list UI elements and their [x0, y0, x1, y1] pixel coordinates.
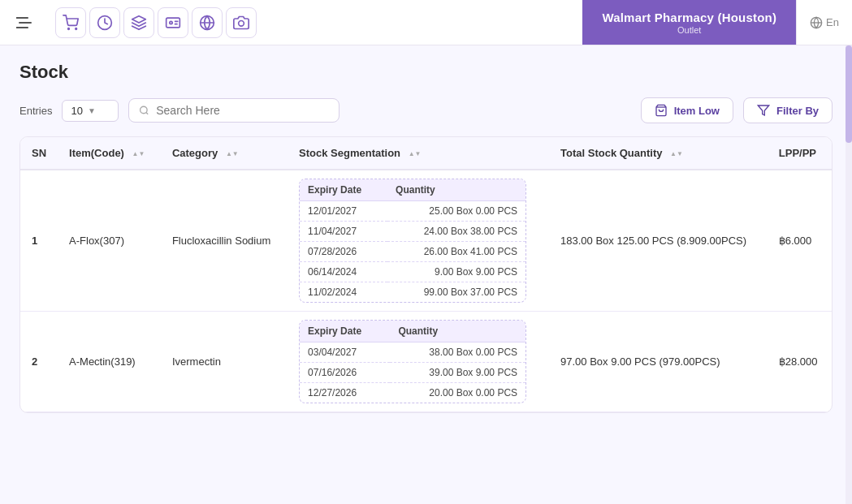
svg-point-8 [170, 21, 172, 24]
table: SN Item(Code) ▲▼ Category ▲▼ Stock Segme… [20, 137, 832, 412]
col-item-code[interactable]: Item(Code) ▲▼ [58, 137, 161, 170]
seg-table: Expiry DateQuantity12/01/202725.00 Box 0… [299, 179, 526, 303]
cell-lpp: ฿6.000 [768, 170, 832, 312]
seg-quantity: 9.00 Box 9.00 PCS [387, 262, 525, 282]
svg-line-15 [146, 112, 148, 114]
filter-label: Filter By [776, 105, 819, 117]
cell-item-code: A-Mectin(319) [58, 312, 161, 412]
cell-sn: 2 [20, 312, 58, 412]
seg-col-expiry: Expiry Date [300, 179, 387, 201]
search-icon [139, 105, 149, 116]
seg-row: 03/04/202738.00 Box 0.00 PCS [300, 342, 525, 363]
table-body: 1A-Flox(307)Flucloxacillin SodiumExpiry … [20, 170, 832, 412]
cell-stock-seg: Expiry DateQuantity03/04/202738.00 Box 0… [288, 312, 549, 412]
table-header: SN Item(Code) ▲▼ Category ▲▼ Stock Segme… [20, 137, 832, 170]
col-lpp: LPP/PP [768, 137, 832, 170]
topnav: Walmart Pharmacy (Houston) Outlet En [0, 0, 852, 45]
item-low-label: Item Low [674, 105, 720, 117]
toolbar: Entries 10 ▼ Item Low Filter By [19, 97, 833, 123]
layers-icon[interactable] [123, 7, 154, 38]
nav-lang[interactable]: En [796, 0, 852, 45]
item-low-icon [655, 104, 668, 117]
col-stock-seg[interactable]: Stock Segmentation ▲▼ [288, 137, 549, 170]
seg-expiry: 11/02/2024 [300, 282, 387, 303]
camera-icon[interactable] [226, 7, 257, 38]
brand-sub: Outlet [677, 25, 701, 35]
chevron-down-icon: ▼ [88, 106, 96, 115]
nav-icons [49, 7, 263, 38]
brand-name: Walmart Pharmacy (Houston) [602, 11, 776, 24]
search-input[interactable] [156, 104, 329, 117]
seg-quantity: 25.00 Box 0.00 PCS [387, 201, 525, 222]
entries-value: 10 [71, 105, 82, 117]
filter-icon [757, 104, 770, 117]
clock-icon[interactable] [89, 7, 120, 38]
svg-marker-6 [132, 15, 146, 22]
seg-table: Expiry DateQuantity03/04/202738.00 Box 0… [299, 320, 526, 403]
seg-quantity: 99.00 Box 37.00 PCS [387, 282, 525, 303]
seg-col-qty: Quantity [387, 179, 525, 201]
cell-sn: 1 [20, 170, 58, 312]
seg-col-expiry: Expiry Date [300, 321, 390, 342]
cell-lpp: ฿28.000 [768, 312, 832, 412]
seg-quantity: 39.00 Box 9.00 PCS [390, 363, 525, 383]
cart-icon[interactable] [55, 7, 86, 38]
seg-col-qty: Quantity [390, 321, 525, 342]
nav-toggle-button[interactable] [10, 8, 39, 37]
col-category[interactable]: Category ▲▼ [161, 137, 288, 170]
seg-quantity: 38.00 Box 0.00 PCS [390, 342, 525, 363]
seg-row: 11/04/202724.00 Box 38.00 PCS [300, 222, 525, 242]
item-low-button[interactable]: Item Low [641, 97, 733, 123]
search-box[interactable] [128, 98, 340, 123]
cell-total-stock: 97.00 Box 9.00 PCS (979.00PCS) [549, 312, 768, 412]
seg-expiry: 12/27/2026 [300, 383, 390, 403]
entries-select[interactable]: 10 ▼ [62, 100, 119, 122]
globe-icon[interactable] [192, 7, 223, 38]
main-content: Stock Entries 10 ▼ Item Low Fil [0, 45, 852, 413]
scrollbar-thumb[interactable] [846, 45, 852, 143]
nav-left [0, 8, 49, 37]
seg-row: 12/27/202620.00 Box 0.00 PCS [300, 383, 525, 403]
seg-quantity: 20.00 Box 0.00 PCS [390, 383, 525, 403]
table-row: 2A-Mectin(319)IvermectinExpiry DateQuant… [20, 312, 832, 412]
seg-expiry: 07/28/2026 [300, 242, 387, 262]
svg-point-11 [239, 20, 244, 26]
seg-row: 07/16/202639.00 Box 9.00 PCS [300, 363, 525, 383]
svg-point-3 [68, 28, 70, 29]
seg-expiry: 12/01/2027 [300, 201, 387, 222]
seg-quantity: 24.00 Box 38.00 PCS [387, 222, 525, 242]
page-title: Stock [19, 62, 833, 83]
id-card-icon[interactable] [158, 7, 188, 38]
stock-table: SN Item(Code) ▲▼ Category ▲▼ Stock Segme… [19, 136, 833, 413]
cell-stock-seg: Expiry DateQuantity12/01/202725.00 Box 0… [288, 170, 549, 312]
col-sn: SN [20, 137, 58, 170]
svg-point-14 [141, 106, 148, 114]
seg-row: 07/28/202626.00 Box 41.00 PCS [300, 242, 525, 262]
cell-item-code: A-Flox(307) [58, 170, 161, 312]
cell-category: Flucloxacillin Sodium [161, 170, 288, 312]
seg-row: 11/02/202499.00 Box 37.00 PCS [300, 282, 525, 303]
seg-quantity: 26.00 Box 41.00 PCS [387, 242, 525, 262]
entries-label: Entries [19, 105, 52, 117]
lang-label: En [826, 16, 839, 28]
seg-expiry: 03/04/2027 [300, 342, 390, 363]
cell-total-stock: 183.00 Box 125.00 PCS (8.909.00PCS) [549, 170, 768, 312]
col-total-stock[interactable]: Total Stock Quantity ▲▼ [549, 137, 768, 170]
seg-row: 12/01/202725.00 Box 0.00 PCS [300, 201, 525, 222]
svg-marker-17 [758, 106, 768, 115]
seg-row: 06/14/20249.00 Box 9.00 PCS [300, 262, 525, 282]
filter-button[interactable]: Filter By [743, 97, 833, 123]
cell-category: Ivermectin [161, 312, 288, 412]
seg-expiry: 07/16/2026 [300, 363, 390, 383]
table-row: 1A-Flox(307)Flucloxacillin SodiumExpiry … [20, 170, 832, 312]
svg-point-4 [76, 28, 77, 29]
seg-expiry: 11/04/2027 [300, 222, 387, 242]
nav-brand: Walmart Pharmacy (Houston) Outlet [582, 0, 796, 45]
seg-expiry: 06/14/2024 [300, 262, 387, 282]
